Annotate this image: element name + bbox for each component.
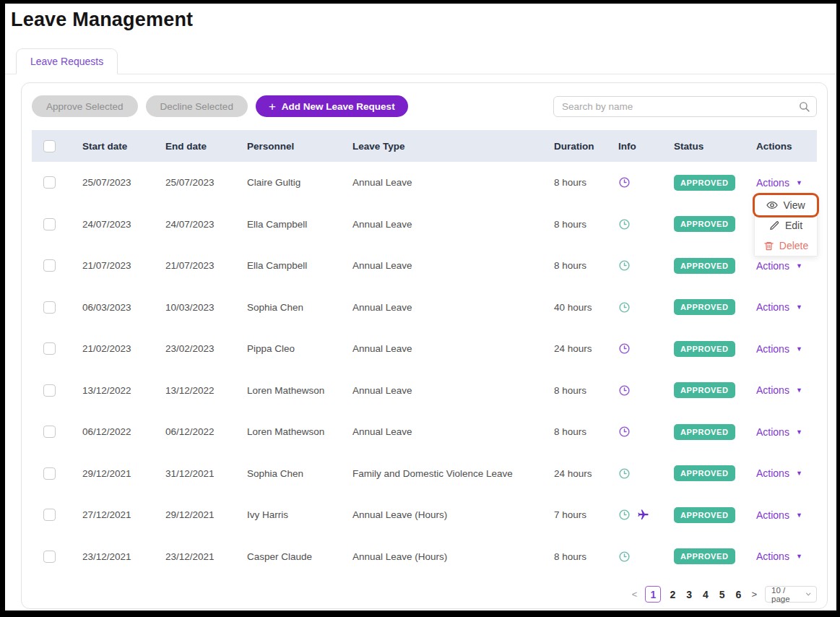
page-button-2[interactable]: 2 — [667, 589, 677, 600]
duration-cell: 8 hours — [554, 260, 618, 271]
chevron-down-icon: ▼ — [796, 512, 802, 519]
start-date-cell: 29/12/2021 — [82, 468, 165, 479]
menu-item-label: Edit — [785, 220, 802, 231]
actions-button[interactable]: Actions ▼ — [756, 177, 802, 189]
page-button-4[interactable]: 4 — [701, 589, 711, 600]
header-info: Info — [618, 141, 674, 152]
actions-button[interactable]: Actions ▼ — [756, 467, 802, 479]
status-badge: APPROVED — [674, 465, 735, 481]
personnel-cell: Claire Gultig — [247, 177, 352, 188]
duration-cell: 8 hours — [554, 219, 618, 230]
page-size-select[interactable]: 10 / page — [765, 586, 817, 603]
row-checkbox[interactable] — [43, 259, 56, 272]
table-row: 06/03/2023 10/03/2023 Sophia Chen Annual… — [32, 287, 817, 329]
row-checkbox[interactable] — [43, 342, 56, 355]
row-checkbox[interactable] — [43, 551, 56, 563]
table-row: 29/12/2021 31/12/2021 Sophia Chen Family… — [32, 453, 817, 495]
status-badge: APPROVED — [674, 382, 735, 398]
add-new-leave-request-button[interactable]: + Add New Leave Request — [256, 95, 408, 117]
end-date-cell: 24/07/2023 — [165, 219, 247, 230]
chevron-down-icon: ▼ — [796, 387, 802, 394]
start-date-cell: 06/12/2022 — [82, 426, 165, 437]
actions-button[interactable]: Actions ▼ — [756, 551, 802, 562]
leave-type-cell: Annual Leave — [352, 177, 554, 188]
status-badge: APPROVED — [674, 299, 735, 315]
header-actions: Actions — [756, 141, 817, 152]
row-checkbox[interactable] — [43, 176, 56, 189]
prev-page-button[interactable]: < — [631, 589, 639, 600]
leave-type-cell: Annual Leave (Hours) — [352, 551, 554, 562]
menu-item-view[interactable]: View — [755, 195, 817, 215]
clock-icon — [618, 176, 631, 189]
start-date-cell: 23/12/2021 — [82, 551, 165, 562]
tab-label: Leave Requests — [30, 56, 103, 67]
leave-management-page: Leave Management Leave Requests Approve … — [0, 0, 840, 617]
status-badge: APPROVED — [674, 507, 735, 523]
actions-button[interactable]: Actions ▼ — [756, 384, 802, 396]
table-row: 21/02/2023 23/02/2023 Pippa Cleo Annual … — [32, 328, 817, 370]
menu-item-delete[interactable]: Delete — [755, 236, 817, 256]
leave-type-cell: Annual Leave (Hours) — [352, 509, 554, 520]
search-icon — [798, 100, 810, 113]
decline-selected-button[interactable]: Decline Selected — [146, 95, 248, 117]
menu-item-edit[interactable]: Edit — [755, 215, 817, 236]
start-date-cell: 25/07/2023 — [82, 177, 165, 188]
clock-icon — [618, 426, 631, 438]
status-badge: APPROVED — [674, 216, 735, 232]
actions-button[interactable]: Actions ▼ — [756, 426, 802, 438]
duration-cell: 24 hours — [554, 343, 618, 354]
next-page-button[interactable]: > — [750, 589, 758, 600]
clock-icon — [618, 467, 631, 480]
status-badge: APPROVED — [674, 258, 735, 274]
table-header-row: Start date End date Personnel Leave Type… — [32, 130, 817, 162]
menu-item-label: Delete — [779, 240, 808, 251]
plane-icon — [637, 509, 649, 521]
duration-cell: 40 hours — [554, 302, 618, 313]
table-row: 06/12/2022 06/12/2022 Loren Mathewson An… — [32, 411, 817, 453]
duration-cell: 8 hours — [554, 385, 618, 396]
end-date-cell: 06/12/2022 — [165, 426, 247, 437]
clock-icon — [618, 342, 631, 355]
approve-selected-button[interactable]: Approve Selected — [32, 95, 138, 117]
page-button-6[interactable]: 6 — [734, 589, 744, 600]
row-checkbox[interactable] — [43, 467, 56, 480]
actions-label: Actions — [756, 551, 789, 562]
select-all-checkbox[interactable] — [43, 140, 56, 152]
chevron-down-icon: ▼ — [796, 303, 802, 311]
toolbar: Approve Selected Decline Selected + Add … — [22, 83, 827, 117]
personnel-cell: Loren Mathewson — [247, 385, 352, 396]
page-button-1[interactable]: 1 — [645, 586, 661, 603]
start-date-cell: 13/12/2022 — [82, 385, 165, 396]
actions-button[interactable]: Actions ▼ — [756, 260, 802, 272]
row-checkbox[interactable] — [43, 509, 56, 521]
actions-button[interactable]: Actions ▼ — [756, 301, 802, 313]
actions-label: Actions — [756, 509, 789, 521]
search-input[interactable] — [553, 96, 817, 117]
leave-type-cell: Family and Domestic Violence Leave — [352, 468, 554, 479]
leave-type-cell: Annual Leave — [352, 219, 554, 230]
table-row: 13/12/2022 13/12/2022 Loren Mathewson An… — [32, 370, 817, 412]
page-button-5[interactable]: 5 — [717, 589, 727, 600]
tab-leave-requests[interactable]: Leave Requests — [16, 48, 118, 74]
page-button-3[interactable]: 3 — [684, 589, 694, 600]
row-checkbox[interactable] — [43, 301, 56, 314]
actions-button[interactable]: Actions ▼ — [756, 509, 802, 521]
start-date-cell: 21/02/2023 — [82, 343, 165, 354]
status-badge: APPROVED — [674, 175, 735, 191]
page-title: Leave Management — [11, 9, 836, 31]
chevron-down-icon: ▼ — [796, 262, 802, 269]
personnel-cell: Ella Campbell — [247, 219, 352, 230]
leave-type-cell: Annual Leave — [352, 302, 554, 313]
end-date-cell: 25/07/2023 — [165, 177, 247, 188]
duration-cell: 8 hours — [554, 177, 618, 188]
end-date-cell: 13/12/2022 — [165, 385, 247, 396]
actions-button[interactable]: Actions ▼ — [756, 343, 802, 355]
duration-cell: 8 hours — [554, 551, 618, 562]
duration-cell: 8 hours — [554, 426, 618, 437]
duration-cell: 24 hours — [554, 468, 618, 479]
start-date-cell: 21/07/2023 — [82, 260, 165, 271]
row-checkbox[interactable] — [43, 384, 56, 397]
row-checkbox[interactable] — [43, 426, 56, 438]
row-checkbox[interactable] — [43, 218, 56, 230]
header-leave-type: Leave Type — [352, 141, 554, 152]
